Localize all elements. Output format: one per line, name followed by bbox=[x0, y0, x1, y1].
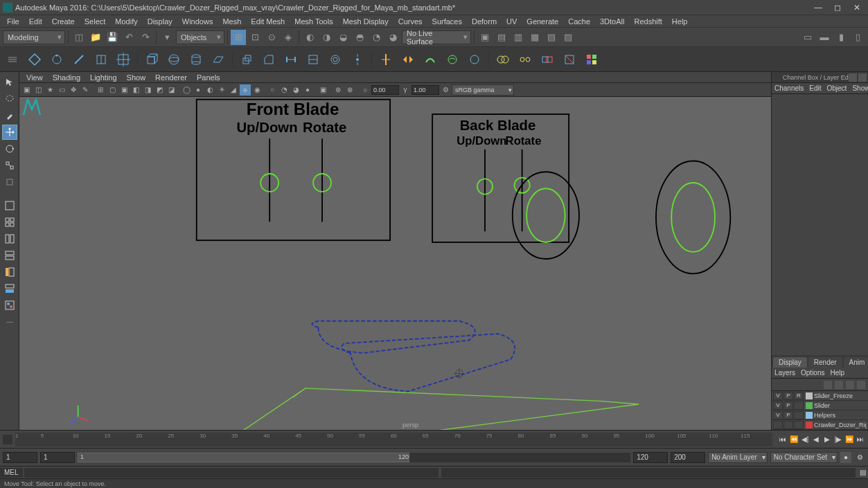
smooth-shade-icon[interactable]: ● bbox=[193, 84, 204, 96]
scale-tool[interactable] bbox=[2, 158, 17, 173]
use-lights-icon[interactable]: ☀ bbox=[216, 84, 227, 96]
move-tool[interactable] bbox=[2, 125, 17, 140]
shelf-combine-icon[interactable] bbox=[493, 50, 513, 69]
goto-end-button[interactable]: ⏭ bbox=[856, 435, 865, 444]
shelf-sphere-icon[interactable] bbox=[164, 50, 184, 69]
layer-vis-toggle[interactable]: V bbox=[773, 392, 783, 400]
close-button[interactable]: ✕ bbox=[849, 2, 865, 13]
layer-icon-4[interactable] bbox=[857, 381, 865, 389]
redo-icon[interactable]: ↷ bbox=[138, 30, 153, 45]
two-side-layout[interactable] bbox=[2, 231, 17, 246]
isolate-icon[interactable]: ▣ bbox=[317, 84, 328, 96]
prefs-button[interactable]: ⚙ bbox=[854, 452, 865, 463]
menu-cache[interactable]: Cache bbox=[564, 17, 594, 26]
shelf-cleanup-icon[interactable] bbox=[560, 50, 579, 69]
panel-toggle-3-icon[interactable]: ▮ bbox=[833, 30, 849, 45]
range-slider[interactable]: 1 120 bbox=[78, 453, 630, 462]
layer-ref-toggle[interactable] bbox=[794, 411, 804, 419]
menu-select[interactable]: Select bbox=[80, 17, 110, 26]
exposure-field[interactable] bbox=[371, 85, 399, 95]
shelf-uv-icon[interactable] bbox=[114, 50, 133, 69]
play-forward-button[interactable]: ▶ bbox=[822, 435, 832, 444]
range-start-field[interactable] bbox=[3, 452, 37, 463]
light-editor-icon[interactable]: ▨ bbox=[560, 30, 576, 45]
outliner-layout[interactable] bbox=[2, 264, 17, 280]
last-tool[interactable] bbox=[2, 174, 17, 190]
select-tool[interactable] bbox=[2, 75, 17, 90]
character-set-dropdown[interactable]: No Character Set bbox=[770, 452, 838, 463]
workspace-dropdown[interactable]: Modeling bbox=[3, 30, 65, 44]
snap-curve-icon[interactable]: ⊡ bbox=[247, 30, 263, 45]
render-settings-icon[interactable]: ▥ bbox=[511, 30, 526, 45]
rotate-tool[interactable] bbox=[2, 141, 17, 156]
menu-deform[interactable]: Deform bbox=[468, 17, 501, 26]
xray-icon[interactable]: ◈ bbox=[240, 84, 251, 96]
command-input[interactable] bbox=[24, 468, 439, 478]
light-3-icon[interactable]: ◕ bbox=[290, 84, 301, 96]
shelf-symmetry-icon[interactable] bbox=[376, 50, 396, 69]
render-view-icon[interactable]: ▧ bbox=[544, 30, 559, 45]
bookmark-icon[interactable]: ★ bbox=[44, 84, 55, 96]
cb-tab-display[interactable]: Display bbox=[773, 357, 807, 368]
step-forward-button[interactable]: |▶ bbox=[833, 435, 843, 444]
layer-vis-toggle[interactable]: V bbox=[773, 411, 783, 419]
shelf-insert-icon[interactable] bbox=[326, 50, 345, 69]
light-1-icon[interactable]: ○ bbox=[267, 84, 278, 96]
layer-row[interactable]: VPSlider bbox=[772, 401, 868, 410]
camera-select-icon[interactable]: ▣ bbox=[21, 84, 32, 96]
shelf-target-icon[interactable] bbox=[348, 50, 367, 69]
history-6-icon[interactable]: ◕ bbox=[385, 30, 400, 45]
step-forward-key-button[interactable]: ⏩ bbox=[844, 435, 854, 444]
light-4-icon[interactable]: ● bbox=[302, 84, 313, 96]
snap-point-icon[interactable]: ⊙ bbox=[264, 30, 279, 45]
layer-vis-toggle[interactable] bbox=[773, 421, 783, 429]
new-scene-icon[interactable]: ◫ bbox=[71, 30, 87, 45]
shelf-smooth-icon[interactable] bbox=[420, 50, 440, 69]
snap-grid-icon[interactable]: ⊞ bbox=[231, 30, 246, 45]
time-slider[interactable]: 1510152025303540455055606570758085909510… bbox=[15, 433, 772, 446]
ssao-icon[interactable]: ◉ bbox=[251, 84, 263, 96]
custom-layout[interactable]: — bbox=[2, 314, 17, 329]
menu-create[interactable]: Create bbox=[48, 17, 79, 26]
2d-pan-icon[interactable]: ✥ bbox=[68, 84, 79, 96]
shelf-switcher[interactable] bbox=[3, 50, 22, 69]
panel-toggle-1-icon[interactable]: ▭ bbox=[800, 30, 815, 45]
menu-meshdisplay[interactable]: Mesh Display bbox=[339, 17, 393, 26]
layer-playback-toggle[interactable]: P bbox=[783, 392, 793, 400]
shelf-mirror-icon[interactable] bbox=[398, 50, 418, 69]
menu-file[interactable]: File bbox=[3, 17, 24, 26]
cb-restore-icon[interactable] bbox=[849, 73, 857, 82]
snap-plane-icon[interactable]: ◈ bbox=[281, 30, 296, 45]
layer-ref-toggle[interactable] bbox=[794, 401, 804, 410]
shelf-bridge-icon[interactable] bbox=[281, 50, 301, 69]
menu-edit[interactable]: Edit bbox=[25, 17, 46, 26]
cb-submenu-layers[interactable]: Layers bbox=[774, 369, 795, 377]
shelf-relax-icon[interactable] bbox=[465, 50, 484, 69]
layer-color-swatch[interactable] bbox=[806, 392, 813, 399]
persp-graph-layout[interactable] bbox=[2, 281, 17, 296]
shelf-poly-icon[interactable] bbox=[25, 50, 44, 69]
hypershade-icon[interactable]: ▦ bbox=[527, 30, 542, 45]
panel-menu-panels[interactable]: Panels bbox=[193, 73, 224, 82]
viewport[interactable]: Front Blade Up/Down Rotate Back Blade Up… bbox=[19, 97, 771, 430]
menu-3dtoall[interactable]: 3DtoAll bbox=[596, 17, 628, 26]
safe-action-icon[interactable]: ◩ bbox=[154, 84, 165, 96]
cb-tab-anim[interactable]: Anim bbox=[844, 357, 868, 368]
panel-toggle-4-icon[interactable]: ▯ bbox=[850, 30, 865, 45]
gate-mask-icon[interactable]: ◧ bbox=[130, 84, 141, 96]
surface-dropdown[interactable]: No Live Surface bbox=[402, 30, 471, 44]
viewport-settings-icon[interactable]: ⚙ bbox=[440, 84, 451, 96]
open-scene-icon[interactable]: 📁 bbox=[88, 30, 103, 45]
menu-uv[interactable]: UV bbox=[502, 17, 521, 26]
layer-row[interactable]: VPHelpers bbox=[772, 410, 868, 420]
exposure-icon[interactable]: ☼ bbox=[360, 84, 371, 96]
two-stacked-layout[interactable] bbox=[2, 248, 17, 263]
single-perspective-layout[interactable] bbox=[2, 198, 17, 213]
shelf-vertex-icon[interactable] bbox=[47, 50, 67, 69]
resolution-gate-icon[interactable]: ▣ bbox=[118, 84, 130, 96]
select-mode-icon[interactable]: ▾ bbox=[159, 30, 175, 45]
step-back-key-button[interactable]: ⏪ bbox=[789, 435, 799, 444]
menu-windows[interactable]: Windows bbox=[178, 17, 218, 26]
layer-playback-toggle[interactable]: P bbox=[783, 401, 793, 410]
shelf-cylinder-icon[interactable] bbox=[186, 50, 206, 69]
